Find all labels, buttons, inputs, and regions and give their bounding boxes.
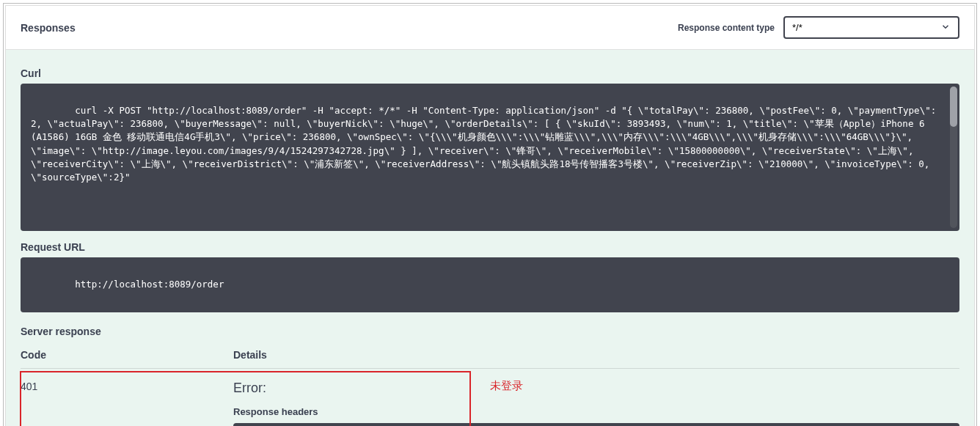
server-response-label: Server response xyxy=(21,326,959,337)
chevron-down-icon xyxy=(940,21,951,34)
request-url-block[interactable]: http://localhost:8089/order xyxy=(21,257,959,312)
content-type-label: Response content type xyxy=(678,23,775,33)
responses-title: Responses xyxy=(21,22,678,34)
code-column-header: Code xyxy=(21,349,233,361)
curl-command-block[interactable]: curl -X POST "http://localhost:8089/orde… xyxy=(21,84,959,231)
responses-body: Curl curl -X POST "http://localhost:8089… xyxy=(6,50,974,426)
content-type-select[interactable]: */* xyxy=(783,16,959,39)
response-row: 未登录 401 Error: Response headers content-… xyxy=(21,369,959,426)
response-headers-label: Response headers xyxy=(233,406,959,417)
details-cell: Error: Response headers content-length: … xyxy=(233,381,959,426)
details-column-header: Details xyxy=(233,349,267,361)
responses-panel: Responses Response content type */* Curl… xyxy=(5,5,975,426)
responses-header: Responses Response content type */* xyxy=(6,6,974,50)
error-label: Error: xyxy=(233,381,959,396)
request-url-value: http://localhost:8089/order xyxy=(75,279,224,290)
response-headers-block[interactable]: content-length: 0 date: Sun, 12 Aug 2018… xyxy=(233,423,959,426)
request-url-label: Request URL xyxy=(21,241,959,253)
curl-command-text: curl -X POST "http://localhost:8089/orde… xyxy=(31,105,942,183)
response-table-header: Code Details xyxy=(21,342,959,369)
curl-label: Curl xyxy=(21,67,959,79)
content-type-value: */* xyxy=(792,22,802,33)
scrollbar-thumb[interactable] xyxy=(950,87,957,127)
status-code: 401 xyxy=(21,381,233,426)
outer-frame: Responses Response content type */* Curl… xyxy=(3,3,977,426)
annotation-text: 未登录 xyxy=(490,379,523,393)
